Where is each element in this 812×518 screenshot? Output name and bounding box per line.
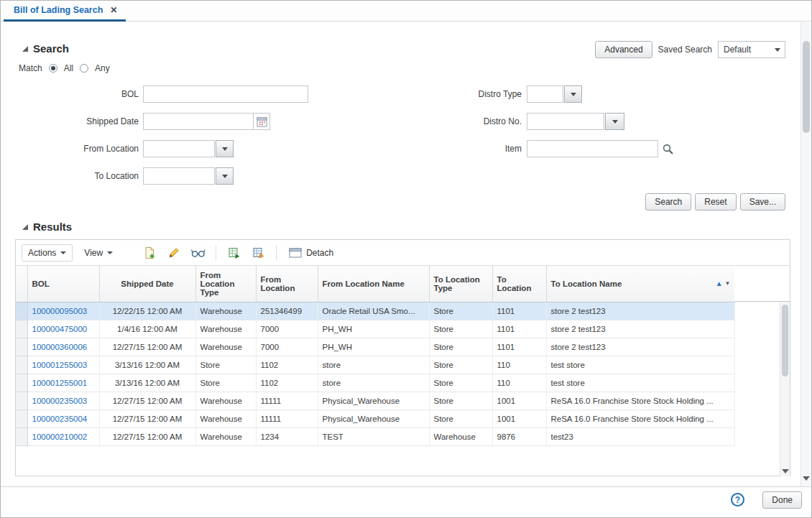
match-all-radio[interactable] (49, 64, 57, 73)
tab-close-icon[interactable]: ✕ (110, 6, 117, 14)
distro-no-input[interactable] (527, 113, 604, 130)
table-cell: store 2 test123 (546, 302, 734, 320)
results-section-header[interactable]: Results (22, 221, 72, 233)
scrollbar-thumb[interactable] (782, 305, 788, 376)
tab-bill-of-lading-search[interactable]: Bill of Lading Search ✕ (4, 1, 126, 22)
match-row: Match All Any (19, 63, 110, 74)
match-all-label: All (64, 63, 73, 73)
row-selector[interactable] (16, 374, 27, 392)
table-row[interactable]: 10000009500312/22/15 12:00 AMWarehouse25… (16, 302, 734, 320)
distro-type-label: Distro Type (403, 89, 522, 99)
item-search-lov-button[interactable] (662, 143, 674, 155)
saved-search-select[interactable]: Default (718, 41, 785, 58)
actions-menu-button[interactable]: Actions (22, 244, 73, 262)
distro-no-dropdown-button[interactable] (605, 113, 624, 130)
table-row[interactable]: 10000036000612/27/15 12:00 AMWarehouse70… (16, 338, 734, 356)
table-cell: Store (429, 320, 492, 338)
scroll-down-arrow-icon[interactable] (803, 476, 810, 481)
bol-cell: 100000235004 (27, 410, 99, 427)
table-row[interactable]: 10000023500412/27/15 12:00 AMWarehouse11… (16, 410, 734, 427)
bol-link[interactable]: 100000235003 (32, 397, 88, 405)
view-record-button[interactable] (188, 244, 208, 262)
row-selector[interactable] (16, 392, 27, 410)
table-cell: 7000 (256, 320, 318, 338)
reset-button[interactable]: Reset (695, 193, 736, 211)
bol-input[interactable] (143, 85, 308, 103)
table-cell: Warehouse (195, 338, 256, 356)
page-vertical-scrollbar[interactable] (801, 22, 811, 486)
table-cell: 12/27/15 12:00 AM (99, 427, 195, 445)
table-cell: 9876 (492, 427, 546, 445)
column-header-bol[interactable]: BOL (27, 266, 99, 302)
table-row[interactable]: 1000012550033/13/16 12:00 AMStore1102sto… (16, 356, 734, 374)
table-cell: 12/27/15 12:00 AM (99, 410, 195, 427)
column-header-to-location-type[interactable]: To Location Type (429, 266, 492, 302)
row-selector[interactable] (16, 320, 27, 338)
table-cell: 1101 (492, 338, 546, 356)
search-button[interactable]: Search (645, 193, 691, 211)
search-section-header[interactable]: Search (22, 42, 69, 55)
table-cell: Store (429, 338, 492, 356)
table-row[interactable]: 1000004750001/4/16 12:00 AMWarehouse7000… (16, 320, 734, 338)
row-selector[interactable] (16, 302, 27, 320)
distro-type-dropdown-button[interactable] (564, 85, 582, 103)
sort-descending-icon[interactable]: ▼ (725, 281, 731, 287)
from-location-dropdown-button[interactable] (216, 140, 234, 157)
bol-link[interactable]: 100000235004 (32, 415, 88, 423)
to-location-dropdown-button[interactable] (216, 167, 234, 185)
item-field-row: Item (403, 140, 674, 157)
row-selector[interactable] (16, 410, 27, 427)
shipped-date-input[interactable] (143, 113, 254, 130)
table-cell: Physical_Warehouse (318, 392, 429, 410)
export-to-excel-button[interactable] (224, 244, 244, 262)
table-cell: TEST (318, 427, 429, 445)
table-cell: Warehouse (429, 427, 492, 445)
edit-button[interactable] (164, 244, 183, 262)
sort-ascending-icon[interactable]: ▲ (716, 280, 723, 287)
to-location-input[interactable] (143, 167, 215, 185)
table-cell: 3/13/16 12:00 AM (99, 356, 195, 374)
match-any-radio[interactable] (80, 64, 88, 73)
row-selector[interactable] (16, 356, 27, 374)
column-header-to-location-name[interactable]: To Location Name ▲▼ (546, 266, 734, 302)
table-cell: store 2 test123 (546, 338, 734, 356)
help-icon[interactable]: ? (731, 493, 744, 507)
chevron-down-icon (571, 93, 576, 96)
bol-link[interactable]: 100000095003 (32, 307, 88, 315)
item-input[interactable] (527, 140, 658, 157)
view-menu-button[interactable]: View (78, 244, 119, 262)
search-action-buttons: Search Reset Save... (645, 193, 785, 211)
table-cell: test store (546, 356, 734, 374)
bol-link[interactable]: 100001255001 (32, 379, 88, 387)
column-header-from-location-name[interactable]: From Location Name (318, 266, 429, 302)
select-all-header[interactable] (16, 266, 27, 302)
calendar-picker-button[interactable] (254, 113, 270, 130)
table-row[interactable]: 10000023500312/27/15 12:00 AMWarehouse11… (16, 392, 734, 410)
row-selector[interactable] (16, 338, 27, 356)
column-header-from-location[interactable]: From Location (256, 266, 318, 302)
bol-link[interactable]: 100001255003 (32, 361, 88, 369)
bol-link[interactable]: 100000475000 (32, 325, 88, 333)
bol-link[interactable]: 100000360006 (32, 343, 88, 351)
detach-button[interactable]: Detach (285, 244, 338, 262)
table-row[interactable]: 10000021000212/27/15 12:00 AMWarehouse12… (16, 427, 734, 445)
scrollbar-thumb[interactable] (803, 41, 810, 133)
shipped-date-label: Shipped Date (1, 116, 139, 126)
create-button[interactable] (139, 244, 159, 262)
table-cell: store (318, 374, 429, 392)
done-button[interactable]: Done (762, 491, 802, 509)
distro-type-input[interactable] (527, 85, 563, 103)
column-header-shipped-date[interactable]: Shipped Date (99, 266, 195, 302)
from-location-input[interactable] (143, 140, 215, 157)
export-button[interactable] (249, 244, 268, 262)
row-selector[interactable] (16, 427, 27, 445)
column-header-from-location-type[interactable]: From Location Type (195, 266, 256, 302)
table-row[interactable]: 1000012550013/13/16 12:00 AMStore1102sto… (16, 374, 734, 392)
save-search-button[interactable]: Save... (740, 193, 785, 211)
column-header-to-location[interactable]: To Location (492, 266, 546, 302)
table-cell: Warehouse (195, 410, 256, 427)
bol-link[interactable]: 100000210002 (32, 433, 88, 441)
scroll-down-arrow-icon[interactable] (782, 469, 789, 473)
advanced-button[interactable]: Advanced (595, 41, 652, 58)
table-vertical-scrollbar[interactable] (780, 302, 790, 476)
